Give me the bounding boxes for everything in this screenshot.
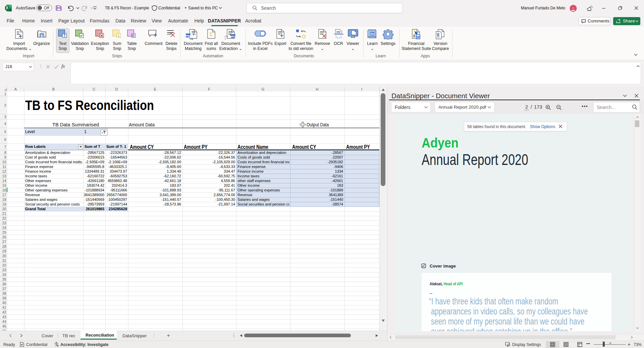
svg-text:Σ: Σ — [209, 32, 212, 37]
svg-text:X: X — [6, 6, 8, 10]
svg-text:ds: ds — [371, 32, 374, 36]
svg-text:T: T — [63, 34, 65, 38]
svg-text:Σ: Σ — [117, 34, 120, 38]
